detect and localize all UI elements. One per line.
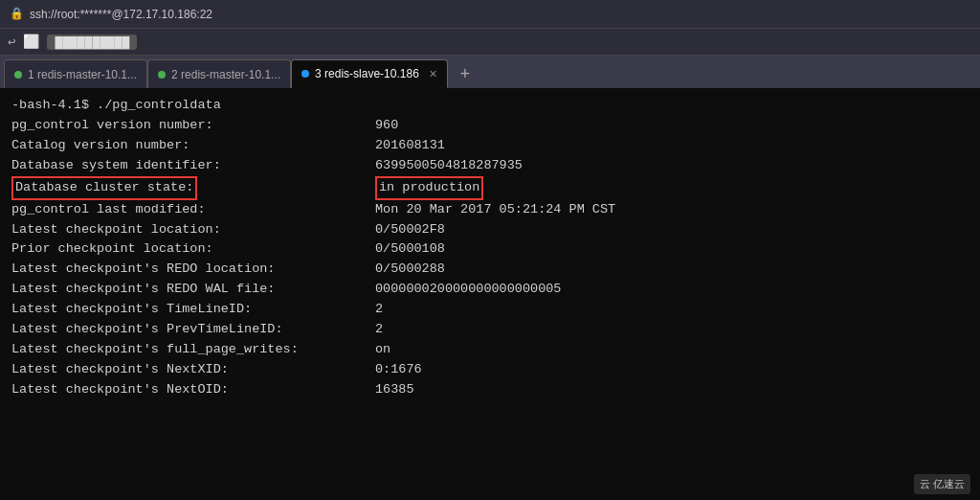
highlight-key-box: Database cluster state: (11, 176, 197, 200)
tab-dot-3 (301, 70, 309, 78)
term-val: 2 (375, 300, 383, 320)
tabs-bar: 1 redis-master-10.1... 2 redis-master-10… (0, 56, 980, 88)
term-val: 000000020000000000000005 (375, 280, 561, 300)
bookmark-icon[interactable]: ⬜ (23, 34, 39, 50)
term-val: Mon 20 Mar 2017 05:21:24 PM CST (375, 200, 615, 220)
tab-2[interactable]: 2 redis-master-10.1... (147, 59, 291, 88)
terminal-row: Latest checkpoint's REDO location:0/5000… (11, 260, 969, 280)
term-key: Latest checkpoint's REDO WAL file: (11, 280, 375, 300)
terminal-row: Database system identifier:6399500504818… (11, 156, 969, 176)
term-key: Latest checkpoint's REDO location: (11, 260, 375, 280)
term-key: Database system identifier: (11, 156, 375, 176)
tab-label-3: 3 redis-slave-10.186 (315, 67, 419, 80)
term-val: 0/5000288 (375, 260, 445, 280)
term-key: Latest checkpoint location: (11, 220, 375, 240)
terminal-row: pg_control version number:960 (11, 116, 969, 136)
term-key: pg_control last modified: (11, 200, 375, 220)
highlight-val-box: in production (375, 176, 483, 200)
term-val: 201608131 (375, 136, 445, 156)
term-val: 0/50002F8 (375, 220, 445, 240)
terminal-row: Latest checkpoint's REDO WAL file:000000… (11, 280, 969, 300)
term-val: 16385 (375, 380, 414, 400)
terminal-row: pg_control last modified:Mon 20 Mar 2017… (11, 200, 969, 220)
term-key: Latest checkpoint's full_page_writes: (11, 340, 375, 360)
term-key: Latest checkpoint's PrevTimeLineID: (11, 320, 375, 340)
watermark: 云 亿速云 (914, 474, 970, 494)
terminal-row: Latest checkpoint's NextOID:16385 (11, 380, 969, 400)
term-val: 0:1676 (375, 360, 422, 380)
session-label: ██████████ (47, 34, 137, 50)
tab-label-2: 2 redis-master-10.1... (171, 68, 280, 81)
term-val: 2 (375, 320, 383, 340)
title-bar: 🔒 ssh://root:*******@172.17.10.186:22 (0, 0, 980, 29)
term-key: pg_control version number: (11, 116, 375, 136)
terminal-row: Latest checkpoint location:0/50002F8 (11, 220, 969, 240)
term-val: on (375, 340, 390, 360)
terminal: -bash-4.1$ ./pg_controldata pg_control v… (0, 88, 980, 500)
terminal-row: Latest checkpoint's full_page_writes:on (11, 340, 969, 360)
term-key: Prior checkpoint location: (11, 239, 375, 260)
tab-dot-1 (14, 71, 22, 79)
prompt-line: -bash-4.1$ ./pg_controldata (11, 96, 969, 116)
tab-close-icon[interactable]: ✕ (429, 68, 437, 80)
tab-add-button[interactable]: + (452, 61, 479, 88)
term-key: Database cluster state: (11, 176, 375, 200)
term-val: 0/5000108 (375, 239, 445, 260)
term-key: Latest checkpoint's NextOID: (11, 380, 375, 400)
term-key: Latest checkpoint's TimeLineID: (11, 300, 375, 320)
term-val: 6399500504818287935 (375, 156, 523, 176)
term-val: 960 (375, 116, 398, 136)
terminal-row: Latest checkpoint's TimeLineID:2 (11, 300, 969, 320)
terminal-row: Latest checkpoint's PrevTimeLineID:2 (11, 320, 969, 340)
back-icon[interactable]: ↩ (8, 34, 15, 50)
tab-dot-2 (158, 71, 166, 79)
terminal-row: Prior checkpoint location:0/5000108 (11, 239, 969, 260)
tab-label-1: 1 redis-master-10.1... (28, 68, 137, 81)
terminal-rows: pg_control version number:960Catalog ver… (11, 116, 969, 400)
lock-icon: 🔒 (10, 7, 24, 21)
title-text: ssh://root:*******@172.17.10.186:22 (30, 8, 212, 21)
prompt-text: -bash-4.1$ ./pg_controldata (11, 96, 221, 116)
term-key: Latest checkpoint's NextXID: (11, 360, 375, 380)
toolbar: ↩ ⬜ ██████████ (0, 29, 980, 56)
terminal-row: Latest checkpoint's NextXID:0:1676 (11, 360, 969, 380)
terminal-row: Database cluster state:in production (11, 176, 969, 200)
tab-3[interactable]: 3 redis-slave-10.186 ✕ (291, 59, 448, 88)
term-val: in production (375, 176, 483, 200)
tab-1[interactable]: 1 redis-master-10.1... (4, 59, 147, 88)
term-key: Catalog version number: (11, 136, 375, 156)
terminal-row: Catalog version number:201608131 (11, 136, 969, 156)
